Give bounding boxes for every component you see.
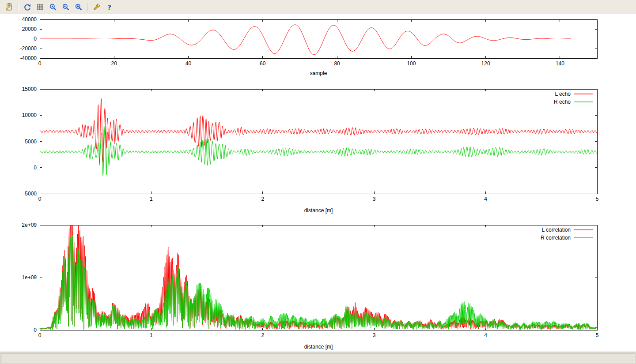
svg-text:1e+09: 1e+09 [22,274,37,281]
svg-text:0: 0 [34,36,37,42]
svg-text:60: 60 [260,60,266,67]
refresh-button[interactable] [21,1,33,13]
svg-text:R echo: R echo [554,99,571,105]
zoom-previous-button[interactable] [47,1,59,13]
svg-text:?: ? [107,3,111,11]
svg-text:80: 80 [334,60,340,67]
gnuplot-window: ? 020406080100120140-40000-2000002000040… [0,0,636,364]
svg-text:20000: 20000 [22,26,37,32]
toolbar-separator [87,3,88,11]
svg-text:0: 0 [34,327,37,333]
svg-text:L correlation: L correlation [541,227,571,233]
echo-plot[interactable]: 012345-5000050001000015000distance [m]L … [0,85,636,218]
svg-text:3: 3 [373,332,376,338]
svg-text:3: 3 [373,196,376,202]
plot-area: 020406080100120140-40000-200000200004000… [0,14,636,352]
svg-text:100: 100 [407,60,416,67]
svg-text:0: 0 [38,196,42,202]
svg-text:-5000: -5000 [23,191,37,197]
svg-text:2: 2 [261,332,264,338]
help-icon: ? [105,3,114,11]
svg-text:0: 0 [38,332,42,338]
svg-text:20: 20 [111,60,117,67]
svg-text:5: 5 [596,196,599,202]
toolbar: ? [0,0,636,14]
svg-text:15000: 15000 [22,86,37,92]
status-text [1,353,635,363]
svg-text:L echo: L echo [555,91,571,97]
svg-text:40000: 40000 [22,16,37,23]
autoscale-icon [74,3,83,11]
svg-text:2: 2 [261,196,264,202]
config-icon [92,3,101,11]
grid-button[interactable] [34,1,46,13]
svg-text:0: 0 [34,165,37,171]
toolbar-separator [18,3,19,11]
svg-text:distance [m]: distance [m] [304,344,333,350]
config-button[interactable] [91,1,102,13]
waveform-plot[interactable]: 020406080100120140-40000-200000200004000… [0,14,636,85]
grid-icon [36,3,45,11]
svg-text:2e+09: 2e+09 [22,222,37,228]
svg-text:-20000: -20000 [20,45,37,52]
svg-text:10000: 10000 [22,112,37,118]
svg-text:1: 1 [150,196,153,202]
svg-text:4: 4 [484,196,487,202]
copy-icon [5,3,14,11]
svg-text:5: 5 [596,332,599,338]
zoom-next-button[interactable] [60,1,72,13]
zoom-previous-icon [49,3,57,11]
svg-text:5000: 5000 [25,139,37,145]
svg-text:4: 4 [484,332,487,338]
svg-text:1: 1 [150,332,153,338]
status-bar [0,352,636,364]
copy-button[interactable] [3,1,15,13]
svg-text:140: 140 [556,60,564,67]
svg-text:distance [m]: distance [m] [304,207,333,214]
svg-text:0: 0 [38,60,42,67]
autoscale-button[interactable] [72,1,84,13]
svg-text:120: 120 [481,60,490,67]
svg-text:-40000: -40000 [20,55,37,61]
svg-text:R correlation: R correlation [541,235,571,241]
zoom-next-icon [61,3,70,11]
help-button[interactable]: ? [103,1,115,13]
refresh-icon [23,3,32,11]
svg-text:40: 40 [186,60,192,67]
correlation-plot[interactable]: 01234501e+092e+09distance [m]L correlati… [0,218,636,352]
svg-text:sample: sample [310,70,327,76]
